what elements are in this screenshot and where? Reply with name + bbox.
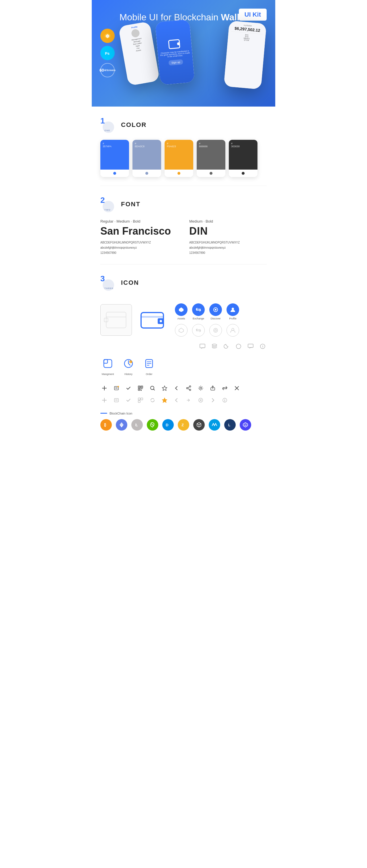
exchange-icon [192, 303, 205, 316]
section-number-2: 2 TWO [101, 196, 116, 212]
blockchain-label-row: BlockChain Icon [101, 412, 266, 415]
svg-point-51 [190, 389, 191, 391]
svg-point-74 [225, 399, 225, 399]
assets-icon-item: Assets [175, 303, 188, 320]
polygon-icon: ∞ [240, 419, 251, 431]
ethereum-icon [116, 419, 127, 431]
svg-rect-43 [139, 389, 140, 390]
svg-point-15 [215, 330, 217, 331]
svg-point-18 [212, 344, 217, 346]
grid-icon [193, 419, 205, 431]
exchange-icon-item: Exchange [192, 303, 205, 320]
stack-icon [210, 342, 219, 350]
check-icon-gray [124, 396, 133, 404]
waves-icon [209, 419, 220, 431]
export-icon [209, 384, 217, 392]
font2-numbers: 1234567890 [189, 250, 266, 255]
history-icon: ! [121, 356, 136, 371]
svg-rect-39 [139, 386, 140, 387]
svg-rect-20 [248, 344, 253, 347]
management-icon-item: Mangment [101, 356, 115, 376]
order-label: Order [146, 373, 152, 376]
assets-icon-outline [175, 324, 188, 337]
blockchain-line [101, 413, 107, 414]
swatch-blue: #3574FA [101, 140, 129, 177]
ui-kit-badge: UI Kit [239, 9, 266, 21]
info-icon: i [259, 342, 266, 350]
svg-point-14 [214, 328, 218, 332]
chat-icon [198, 342, 206, 350]
exchange-outline-icon [192, 324, 205, 337]
svg-point-55 [200, 387, 202, 389]
misc-icons-row2 [101, 395, 266, 409]
swatch-gray-blue: #8DA0C8 [133, 140, 161, 177]
list-icon-gray [112, 396, 120, 404]
discover-label: Discover [210, 317, 221, 320]
star-icon-orange [161, 396, 169, 404]
star-icon [161, 384, 169, 392]
svg-rect-17 [200, 344, 205, 348]
moon-icon [223, 342, 230, 350]
section-number-1: 1 ONE [101, 117, 116, 133]
svg-rect-46 [141, 390, 142, 391]
svg-line-48 [153, 389, 154, 390]
wallet-icon-hero [168, 39, 180, 49]
check-icon [124, 384, 133, 392]
qr-icon [137, 384, 144, 392]
svg-marker-68 [162, 398, 167, 402]
main-content: 1 ONE COLOR #3574FA #8DA0C8 #F5A623 #666… [92, 106, 275, 442]
font1-name: San Francisco [101, 225, 178, 237]
misc-icons-row1 [101, 381, 266, 395]
svg-text:₿: ₿ [104, 423, 106, 427]
svg-rect-37 [117, 386, 119, 387]
discover-icon [209, 303, 222, 316]
font1-lowercase: abcdefghijklmnopqrstuvwxyz [101, 245, 178, 250]
assets-icon [175, 303, 188, 316]
management-label: Mangment [102, 373, 114, 376]
discover-outline-icon [209, 324, 222, 337]
history-icon-item: ! History [121, 356, 136, 376]
circle-icon [234, 342, 243, 350]
dash-icon: D [162, 419, 174, 431]
search-icon [148, 384, 157, 392]
svg-marker-49 [162, 386, 167, 391]
app-icons-row: Mangment ! History [101, 353, 266, 381]
phone-right: myWallet $6,297,502.12 BTC ETH WAVES QTU… [224, 20, 266, 89]
speech-icon [247, 342, 255, 350]
svg-text:D: D [166, 423, 168, 427]
font2-lowercase: abcdefghijklmnopqrstuvwxyz [189, 245, 266, 250]
svg-point-12 [232, 308, 234, 310]
svg-rect-44 [141, 389, 142, 389]
svg-rect-66 [141, 398, 143, 400]
litecoin-icon: Ł [131, 419, 143, 431]
profile-icon-outline [227, 324, 239, 337]
wallet-wireframe-icon [101, 304, 132, 336]
list-icon [112, 384, 120, 392]
svg-text:Z: Z [181, 423, 184, 427]
hero-section: Ps 60+ Screens Mobile UI for Blockchain … [92, 0, 275, 106]
font1-uppercase: ABCDEFGHIJKLMNOPQRSTUVWXYZ [101, 240, 178, 245]
svg-line-80 [151, 424, 154, 426]
info-icon-gray [221, 396, 229, 404]
color-section-title: COLOR [121, 121, 146, 129]
svg-rect-62 [114, 399, 118, 402]
font2-style: Medium · Bold [189, 219, 266, 223]
swatch-orange: #F5A623 [165, 140, 193, 177]
swatch-dark: #303030 [229, 140, 257, 177]
exchange-icon-outline [192, 324, 205, 337]
color-swatches: #3574FA #8DA0C8 #F5A623 #666666 #303030 [101, 140, 266, 186]
svg-point-52 [187, 387, 188, 389]
back-icon [173, 384, 181, 392]
profile-outline-icon [227, 324, 239, 337]
icon-section-title: ICON [121, 279, 139, 286]
font1-style: Regular · Medium · Bold [101, 219, 178, 223]
order-icon [142, 356, 157, 371]
order-icon-item: Order [142, 356, 157, 376]
svg-rect-41 [141, 386, 142, 387]
zcash-icon: Z [178, 419, 189, 431]
add-icon [101, 384, 108, 392]
swatch-gray: #666666 [197, 140, 225, 177]
phones-mockup: Profile Management Message Red Called Ni… [101, 21, 266, 84]
crypto-icons-row: ₿ Ł D Z L ∞ [101, 419, 266, 442]
profile-label: Profile [229, 317, 236, 320]
